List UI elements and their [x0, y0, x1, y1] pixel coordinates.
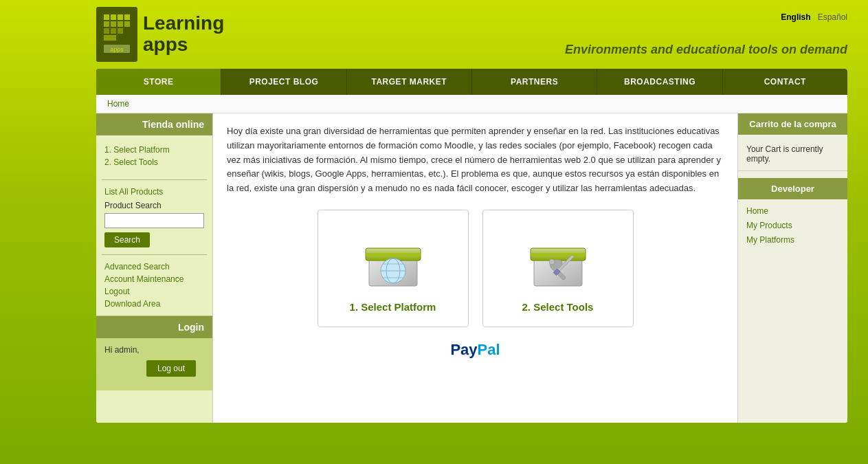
svg-text:apps: apps — [110, 46, 124, 53]
login-section: Login Hi admin, Log out — [96, 316, 212, 390]
advanced-search-link[interactable]: Advanced Search — [96, 262, 212, 272]
product-cards: 1. Select Platform — [227, 210, 724, 327]
svg-point-25 — [549, 259, 555, 265]
breadcrumb: Home — [96, 95, 847, 113]
nav-target-market[interactable]: TARGET MARKET — [347, 69, 472, 95]
svg-rect-7 — [118, 21, 123, 27]
search-button[interactable]: Search — [104, 232, 150, 247]
svg-rect-22 — [366, 253, 421, 256]
svg-rect-5 — [104, 21, 109, 27]
nav-bar: STORE PROJECT BLOG TARGET MARKET PARTNER… — [96, 69, 847, 95]
developer-links: Home My Products My Platforms — [738, 205, 847, 246]
account-maintenance-link[interactable]: Account Maintenance — [96, 274, 212, 284]
header: apps Learning apps English Español Envir… — [0, 0, 868, 69]
tools-label[interactable]: 2. Select Tools — [497, 301, 619, 313]
product-card-tools[interactable]: 2. Select Tools — [482, 210, 634, 327]
search-label: Product Search — [96, 201, 212, 210]
download-area-link[interactable]: Download Area — [96, 299, 212, 309]
logo-area: apps Learning apps — [96, 7, 224, 62]
login-title: Login — [96, 316, 212, 338]
paypal-logo: PayPal — [450, 341, 500, 358]
nav-project-blog[interactable]: PROJECT BLOG — [221, 69, 346, 95]
content-layout: Tienda online 1. Select Platform 2. Sele… — [96, 113, 847, 423]
login-greeting: Hi admin, — [96, 345, 212, 360]
sidebar-select-tools[interactable]: 2. Select Tools — [104, 157, 204, 167]
lang-english[interactable]: English — [781, 12, 810, 22]
search-input[interactable] — [104, 213, 204, 228]
svg-rect-4 — [124, 14, 130, 20]
header-right: English Español Environments and educati… — [565, 7, 847, 57]
right-sidebar: Carrito de la compra Your Cart is curren… — [737, 113, 847, 423]
svg-rect-3 — [118, 14, 123, 20]
paypal-pay: Pay — [450, 341, 477, 358]
cart-title: Carrito de la compra — [738, 113, 847, 135]
sidebar-divider2 — [102, 254, 207, 255]
tagline: Environments and educational tools on de… — [565, 43, 847, 57]
log-out-button[interactable]: Log out — [146, 360, 196, 377]
nav-contact[interactable]: CONTACT — [723, 69, 847, 95]
nav-broadcasting[interactable]: BROADCASTING — [597, 69, 722, 95]
sidebar-list-all[interactable]: List All Products — [96, 187, 212, 197]
logo-icon: apps — [96, 7, 137, 62]
main-body-text: Hoy día existe una gran diversidad de he… — [227, 124, 724, 196]
platform-icon — [359, 224, 427, 293]
lang-spanish[interactable]: Español — [818, 12, 847, 22]
left-sidebar: Tienda online 1. Select Platform 2. Sele… — [96, 113, 213, 423]
platform-label[interactable]: 1. Select Platform — [332, 301, 454, 313]
svg-rect-11 — [118, 28, 123, 34]
product-card-platform[interactable]: 1. Select Platform — [318, 210, 469, 327]
svg-rect-10 — [111, 28, 116, 34]
tools-icon — [524, 224, 592, 293]
paypal-section: PayPal — [227, 341, 724, 359]
sidebar-title: Tienda online — [96, 113, 212, 135]
dev-platforms-link[interactable]: My Platforms — [738, 234, 847, 246]
nav-store[interactable]: STORE — [96, 69, 221, 95]
developer-title: Developer — [738, 178, 847, 199]
sidebar-divider1 — [102, 179, 207, 180]
svg-rect-9 — [104, 28, 109, 34]
logout-link[interactable]: Logout — [96, 287, 212, 296]
svg-rect-12 — [104, 35, 116, 41]
dev-home-link[interactable]: Home — [738, 205, 847, 217]
svg-rect-6 — [111, 21, 116, 27]
breadcrumb-home[interactable]: Home — [107, 99, 129, 109]
sidebar-select-platform[interactable]: 1. Select Platform — [104, 145, 204, 155]
lang-switcher: English Español — [565, 12, 847, 22]
nav-partners[interactable]: PARTNERS — [472, 69, 597, 95]
svg-rect-2 — [111, 14, 116, 20]
logo-text: Learning apps — [143, 13, 224, 56]
svg-rect-8 — [124, 21, 130, 27]
main-content: Hoy día existe una gran diversidad de he… — [213, 113, 737, 423]
main-wrapper: STORE PROJECT BLOG TARGET MARKET PARTNER… — [96, 69, 847, 423]
sidebar-links: 1. Select Platform 2. Select Tools — [96, 142, 212, 173]
svg-rect-1 — [104, 14, 109, 20]
paypal-pal: Pal — [478, 341, 500, 358]
cart-text: Your Cart is currently empty. — [738, 142, 847, 171]
svg-rect-28 — [531, 253, 586, 256]
dev-products-link[interactable]: My Products — [738, 219, 847, 232]
